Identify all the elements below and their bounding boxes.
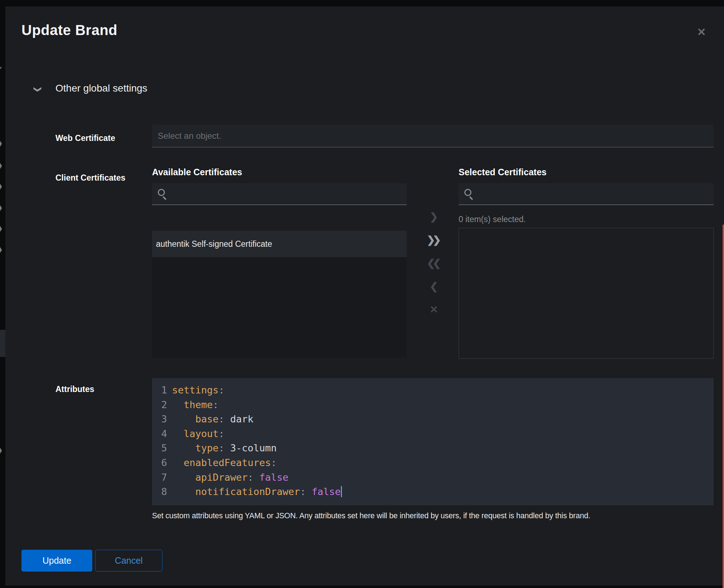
- available-search-input[interactable]: [169, 183, 405, 205]
- selected-certificates-list: [459, 228, 714, 359]
- line-number: 7: [152, 470, 167, 485]
- code-line: 1settings:: [152, 383, 714, 398]
- selected-search-input[interactable]: [476, 183, 712, 205]
- web-certificate-select[interactable]: [152, 124, 714, 147]
- transfer-buttons: ❯❯❯❮❮❮✕: [419, 209, 449, 325]
- line-number: 3: [152, 412, 167, 427]
- list-item[interactable]: authentik Self-signed Certificate: [152, 231, 407, 257]
- background-sidebar-sliver: ✓❯❯❯❯❯❯❯: [0, 0, 5, 588]
- available-certificates-list: authentik Self-signed Certificate: [152, 231, 407, 358]
- line-number: 8: [152, 485, 167, 499]
- line-number: 5: [152, 441, 167, 456]
- code-line: 3 base: dark: [152, 412, 714, 427]
- chevron-right-icon: ❯: [0, 139, 3, 147]
- screen: ✓❯❯❯❯❯❯❯ Update Brand ✕ ❯ Other global s…: [0, 0, 724, 588]
- text-caret: [341, 486, 342, 497]
- chevron-right-icon: ❯: [0, 245, 3, 254]
- chevron-right-icon: ❯: [0, 161, 3, 170]
- code-line: 4 layout:: [152, 427, 714, 441]
- selected-search-box: [459, 183, 714, 205]
- attributes-code-editor[interactable]: 1settings:2 theme:3 base: dark4 layout:5…: [152, 378, 714, 505]
- line-number: 6: [152, 456, 167, 470]
- code-line: 6 enabledFeatures:: [152, 456, 714, 470]
- search-icon: [464, 189, 471, 196]
- update-brand-modal: Update Brand ✕ ❯ Other global settings W…: [5, 6, 724, 585]
- check-icon: ✓: [0, 65, 3, 73]
- selected-count-status: 0 item(s) selected.: [459, 215, 526, 224]
- sidebar-active-item-sliver: [0, 330, 5, 357]
- move-selected-left-button[interactable]: ❮: [419, 279, 449, 294]
- times-icon: ✕: [430, 304, 438, 315]
- line-number: 2: [152, 398, 167, 412]
- selected-certificates-header: Selected Certificates: [459, 167, 547, 177]
- modal-title: Update Brand: [21, 22, 117, 38]
- available-search-box: [152, 183, 407, 205]
- chevron-right-icon: ❯: [0, 203, 3, 212]
- move-selected-right-button[interactable]: ❯: [419, 209, 449, 225]
- attributes-help-text: Set custom attributes using YAML or JSON…: [152, 511, 710, 520]
- web-certificate-label: Web Certificate: [55, 133, 115, 143]
- angle-double-left-icon: ❮❮: [427, 258, 441, 269]
- angle-double-right-icon: ❯❯: [427, 234, 441, 245]
- cancel-button[interactable]: Cancel: [95, 550, 162, 572]
- chevron-right-icon: ❯: [0, 224, 3, 232]
- move-all-right-button[interactable]: ❯❯: [419, 232, 449, 248]
- angle-right-icon: ❯: [430, 211, 438, 222]
- section-toggle-other-global-settings[interactable]: Other global settings: [55, 83, 147, 94]
- move-all-left-button[interactable]: ❮❮: [419, 255, 449, 271]
- chevron-right-icon: ❯: [0, 182, 3, 190]
- angle-left-icon: ❮: [430, 281, 438, 292]
- code-line: 8 notificationDrawer: false: [152, 485, 714, 499]
- code-line: 5 type: 3-column: [152, 441, 714, 456]
- background-red-edge: [723, 225, 724, 588]
- chevron-down-icon[interactable]: ❯: [35, 85, 45, 96]
- chevron-right-icon: ❯: [0, 446, 3, 454]
- attributes-label: Attributes: [55, 384, 94, 394]
- update-button[interactable]: Update: [21, 550, 92, 572]
- line-number: 4: [152, 427, 167, 441]
- code-line: 2 theme:: [152, 398, 714, 412]
- code-line: 7 apiDrawer: false: [152, 470, 714, 485]
- search-icon: [158, 189, 165, 196]
- line-number: 1: [152, 383, 167, 398]
- client-certificates-label: Client Certificates: [55, 173, 126, 183]
- close-icon[interactable]: ✕: [693, 24, 710, 41]
- clear-selected-button[interactable]: ✕: [419, 302, 449, 318]
- available-certificates-header: Available Certificates: [152, 167, 242, 177]
